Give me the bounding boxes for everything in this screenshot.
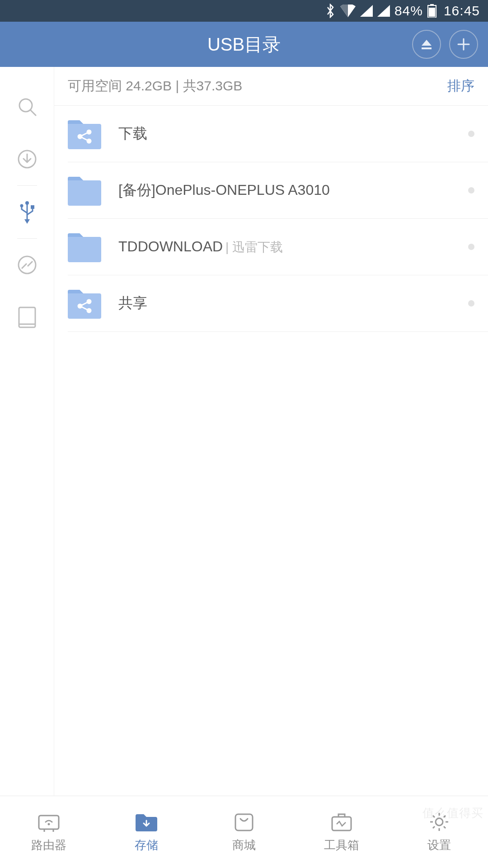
more-dot-icon[interactable] (468, 131, 474, 137)
gear-icon (427, 811, 452, 833)
svg-line-38 (444, 826, 446, 828)
nav-item-settings[interactable]: 设置 (390, 796, 488, 868)
sidebar-item-blocked[interactable] (0, 239, 54, 291)
svg-line-5 (31, 110, 36, 115)
svg-point-4 (19, 99, 32, 112)
svg-point-16 (87, 130, 91, 134)
wifi-icon (340, 5, 356, 17)
page-title: USB目录 (207, 32, 281, 57)
svg-point-32 (436, 818, 443, 826)
svg-point-22 (87, 309, 91, 312)
folder-share-icon (68, 288, 101, 319)
folder-name: 共享 (118, 293, 147, 313)
svg-point-27 (48, 823, 50, 826)
folder-labels: TDDOWNLOAD | 迅雷下载 (118, 238, 462, 256)
sidebar-item-download[interactable] (0, 133, 54, 185)
svg-line-13 (28, 261, 33, 266)
status-bar: 84% 16:45 (0, 0, 488, 22)
folder-share-icon (68, 118, 101, 149)
add-button[interactable] (449, 30, 478, 59)
download-circle-icon (17, 149, 38, 170)
folder-icon (68, 175, 101, 206)
folder-labels: [备份]OnePlus-ONEPLUS A3010 (118, 180, 462, 200)
battery-icon (427, 4, 436, 18)
nav-label: 路由器 (31, 837, 66, 853)
sort-link[interactable]: 排序 (447, 77, 474, 95)
nav-label: 设置 (427, 837, 451, 853)
nav-item-toolbox[interactable]: 工具箱 (293, 796, 390, 868)
nav-item-router[interactable]: 路由器 (0, 796, 98, 868)
usb-icon (17, 200, 38, 224)
folder-name: TDDOWNLOAD (118, 238, 223, 255)
folder-list: 下载 [备份]OnePlus-ONEPLUS A3010 TDDOWNLOA (54, 106, 488, 332)
battery-percent: 84% (394, 3, 423, 19)
folder-sublabel: | 迅雷下载 (225, 239, 283, 256)
folder-row[interactable]: 下载 (68, 106, 488, 162)
folder-row[interactable]: TDDOWNLOAD | 迅雷下载 (68, 219, 488, 275)
folder-row[interactable]: [备份]OnePlus-ONEPLUS A3010 (68, 162, 488, 219)
sidebar (0, 67, 54, 796)
signal-1-icon (360, 5, 373, 17)
folder-name: 下载 (118, 124, 147, 144)
eject-icon (420, 38, 433, 51)
bottom-nav: 路由器 存储 商城 工具箱 设置 (0, 796, 488, 868)
svg-rect-26 (39, 816, 59, 829)
eject-button[interactable] (412, 30, 441, 59)
storage-folder-icon (134, 811, 159, 833)
svg-point-21 (87, 300, 91, 303)
more-dot-icon[interactable] (468, 244, 474, 250)
svg-rect-10 (31, 205, 34, 209)
router-icon (36, 811, 61, 833)
svg-point-23 (78, 304, 82, 308)
svg-rect-3 (422, 47, 432, 49)
bluetooth-icon (325, 4, 336, 18)
svg-point-18 (78, 135, 82, 138)
main-panel: 可用空间 24.2GB | 共37.3GB 排序 下载 [备份]OnePlus-… (54, 67, 488, 796)
svg-line-40 (444, 816, 446, 817)
nav-label: 商城 (232, 837, 256, 853)
svg-rect-31 (332, 817, 351, 830)
header-actions (412, 30, 478, 59)
svg-point-17 (87, 139, 91, 143)
shopping-bag-icon (231, 811, 257, 833)
sidebar-item-tablet[interactable] (0, 291, 54, 344)
svg-point-11 (19, 256, 36, 274)
signal-2-icon (377, 5, 390, 17)
svg-rect-30 (235, 814, 253, 830)
nav-label: 工具箱 (324, 837, 359, 853)
clock-text: 16:45 (444, 3, 480, 19)
folder-name: [备份]OnePlus-ONEPLUS A3010 (118, 180, 330, 200)
more-dot-icon[interactable] (468, 187, 474, 193)
svg-line-39 (433, 826, 435, 828)
search-icon (17, 96, 38, 117)
sidebar-item-usb[interactable] (0, 186, 54, 238)
more-dot-icon[interactable] (468, 300, 474, 307)
svg-rect-2 (429, 8, 435, 17)
folder-icon (68, 231, 101, 262)
storage-info-row: 可用空间 24.2GB | 共37.3GB 排序 (54, 67, 488, 106)
tablet-icon (18, 306, 37, 329)
sidebar-item-search[interactable] (0, 80, 54, 133)
storage-text: 可用空间 24.2GB | 共37.3GB (68, 77, 242, 95)
toolbox-icon (329, 811, 354, 833)
folder-row[interactable]: 共享 (68, 275, 488, 332)
app-header: USB目录 (0, 22, 488, 67)
blocked-icon (17, 255, 38, 275)
nav-label: 存储 (135, 837, 158, 853)
svg-line-12 (22, 264, 27, 269)
plus-icon (456, 37, 471, 52)
svg-point-9 (20, 204, 23, 208)
folder-labels: 下载 (118, 124, 462, 144)
folder-labels: 共享 (118, 293, 462, 313)
nav-item-storage[interactable]: 存储 (98, 796, 195, 868)
svg-line-37 (433, 816, 435, 817)
nav-item-mall[interactable]: 商城 (195, 796, 293, 868)
